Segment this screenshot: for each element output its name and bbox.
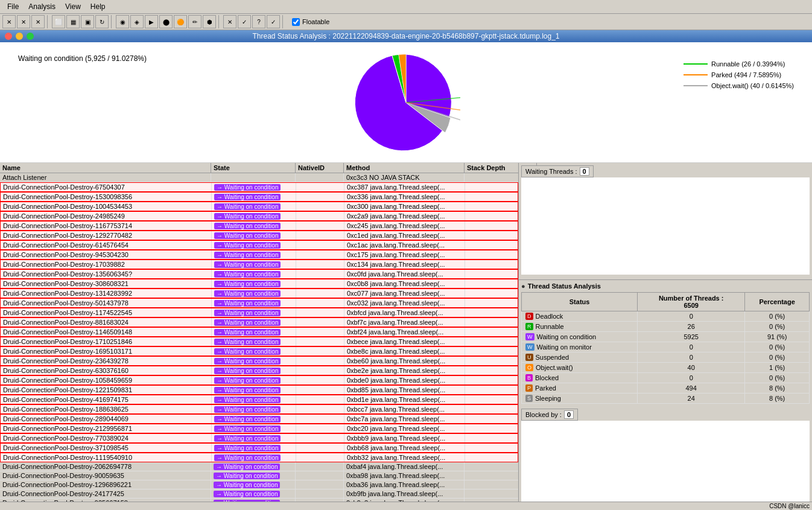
status-row[interactable]: WWaiting on monitor00 (%): [522, 342, 810, 352]
table-row[interactable]: Druid-ConnectionPool-Destroy-1292770482→…: [0, 231, 518, 240]
minimize-button[interactable]: [16, 33, 23, 40]
status-count: 5925: [638, 332, 745, 342]
thread-nativeid: [296, 279, 344, 288]
chart-label: Waiting on condition (5,925 / 91.0278%): [18, 54, 147, 63]
thread-state: → Waiting on condition: [212, 444, 296, 452]
status-row[interactable]: BBlocked00 (%): [522, 373, 810, 383]
toolbar-btn-12[interactable]: 🟠: [174, 15, 187, 28]
table-row[interactable]: Druid-ConnectionPool-Destroy-17039882→ W…: [0, 260, 518, 269]
table-row[interactable]: Druid-ConnectionPool-Destroy-2129956871→…: [0, 424, 518, 433]
thread-method: 0xc175 java.lang.Thread.sleep(...: [344, 250, 465, 259]
table-row[interactable]: Druid-ConnectionPool-Destroy-1296896221→…: [0, 480, 518, 489]
table-row[interactable]: Druid-ConnectionPool-Destroy-188638625→ …: [0, 404, 518, 414]
table-row[interactable]: Druid-ConnectionPool-Destroy-308608321→ …: [0, 279, 518, 288]
table-row[interactable]: Druid-ConnectionPool-Destroy-1119540910→…: [0, 453, 518, 462]
thread-nativeid: [296, 250, 344, 259]
menu-view[interactable]: View: [60, 1, 86, 12]
toolbar-btn-1[interactable]: ✕: [2, 15, 16, 28]
table-row[interactable]: Druid-ConnectionPool-Destroy-1146509148→…: [0, 327, 518, 337]
table-row[interactable]: Druid-ConnectionPool-Destroy-371098545→ …: [0, 443, 518, 453]
toolbar-btn-6[interactable]: ▣: [81, 15, 94, 28]
menu-help[interactable]: Help: [86, 1, 110, 12]
floatable-checkbox[interactable]: [292, 18, 300, 26]
table-row[interactable]: Druid-ConnectionPool-Destroy-1004534453→…: [0, 202, 518, 211]
table-row[interactable]: Druid-ConnectionPool-Destroy-416974175→ …: [0, 395, 518, 404]
toolbar-btn-2[interactable]: ✕: [17, 15, 30, 28]
table-row[interactable]: Druid-ConnectionPool-Destroy-2062694778→…: [0, 462, 518, 471]
status-row[interactable]: OObject.wait()401 (%): [522, 363, 810, 373]
toolbar-btn-4[interactable]: ⬜: [52, 15, 65, 28]
toolbar-btn-7[interactable]: ↻: [95, 15, 109, 28]
table-row[interactable]: Druid-ConnectionPool-Destroy-1314283992→…: [0, 288, 518, 298]
thread-depth: 2: [465, 405, 518, 413]
status-row[interactable]: RRunnable260 (%): [522, 322, 810, 332]
thread-state: → Waiting on condition: [212, 231, 296, 240]
thread-list-body[interactable]: Attach Listener0xc3c3 NO JAVA STACK0Drui…: [0, 173, 518, 510]
thread-method: 0xc077 java.lang.Thread.sleep(...: [344, 289, 465, 298]
table-row[interactable]: Attach Listener0xc3c3 NO JAVA STACK0: [0, 173, 518, 182]
toolbar-sep-2: [111, 15, 113, 28]
toolbar-btn-16[interactable]: ✓: [238, 15, 251, 28]
table-row[interactable]: Druid-ConnectionPool-Destroy-630376160→ …: [0, 366, 518, 375]
maximize-button[interactable]: [27, 33, 34, 40]
table-row[interactable]: Druid-ConnectionPool-Destroy-1221509831→…: [0, 385, 518, 395]
status-name: WWaiting on condition: [522, 332, 638, 342]
toolbar-btn-15[interactable]: ✕: [223, 15, 236, 28]
status-percentage: 0 (%): [745, 342, 810, 352]
table-row[interactable]: Druid-ConnectionPool-Destroy-135606345?→…: [0, 269, 518, 279]
table-row[interactable]: Druid-ConnectionPool-Destroy-501437978→ …: [0, 298, 518, 308]
status-row[interactable]: DDeadlock00 (%): [522, 311, 810, 322]
toolbar-btn-9[interactable]: ◈: [130, 15, 144, 28]
thread-depth: 2: [465, 193, 518, 201]
toolbar-btn-3[interactable]: ✕: [31, 15, 45, 28]
toolbar-btn-14[interactable]: ⬢: [203, 15, 216, 28]
status-row[interactable]: USuspended00 (%): [522, 352, 810, 363]
table-row[interactable]: Druid-ConnectionPool-Destroy-614576454→ …: [0, 240, 518, 250]
status-percentage: 0 (%): [745, 373, 810, 383]
table-row[interactable]: Druid-ConnectionPool-Destroy-67504307→ W…: [0, 182, 518, 192]
menu-analysis[interactable]: Analysis: [24, 1, 60, 12]
table-row[interactable]: Druid-ConnectionPool-Destroy-1710251846→…: [0, 337, 518, 346]
status-name: BBlocked: [522, 373, 638, 383]
table-row[interactable]: Druid-ConnectionPool-Destroy-1167753714→…: [0, 221, 518, 231]
thread-nativeid: [296, 308, 344, 317]
table-row[interactable]: Druid-ConnectionPool-Destroy-1058459659→…: [0, 375, 518, 385]
status-count: 0: [638, 311, 745, 322]
menu-file[interactable]: File: [2, 1, 24, 12]
thread-name: Druid-ConnectionPool-Destroy-90059635: [0, 471, 211, 480]
thread-name: Druid-ConnectionPool-Destroy-1314283992: [1, 289, 212, 298]
chart-legend: Runnable (26 / 0.3994%) Parked (494 / 7.…: [684, 60, 794, 89]
table-row[interactable]: Druid-ConnectionPool-Destroy-1695103171→…: [0, 346, 518, 356]
table-row[interactable]: Druid-ConnectionPool-Destroy-289044069→ …: [0, 414, 518, 424]
chart-area: Waiting on condition (5,925 / 91.0278%): [0, 42, 812, 163]
status-row[interactable]: PParked4948 (%): [522, 383, 810, 394]
toolbar-btn-11[interactable]: ⬤: [159, 15, 173, 28]
toolbar-btn-13[interactable]: ✏: [188, 15, 201, 28]
status-row[interactable]: WWaiting on condition592591 (%): [522, 332, 810, 342]
thread-depth: 2: [465, 480, 518, 489]
table-row[interactable]: Druid-ConnectionPool-Destroy-236439278→ …: [0, 356, 518, 366]
table-row[interactable]: Druid-ConnectionPool-Destroy-945304230→ …: [0, 250, 518, 260]
legend-label-parked: Parked (494 / 7.5895%): [711, 71, 781, 78]
thread-depth: 2: [465, 328, 518, 336]
thread-nativeid: [296, 183, 344, 191]
thread-state: → Waiting on condition: [212, 357, 296, 365]
table-row[interactable]: Druid-ConnectionPool-Destroy-90059635→ W…: [0, 471, 518, 480]
table-row[interactable]: Druid-ConnectionPool-Destroy-1174522545→…: [0, 308, 518, 317]
table-row[interactable]: Druid-ConnectionPool-Destroy-881683024→ …: [0, 317, 518, 327]
thread-method: 0xc0fd java.lang.Thread.sleep(...: [344, 270, 465, 278]
thread-method: 0xbaf4 java.lang.Thread.sleep(...: [344, 462, 465, 471]
toolbar-btn-5[interactable]: ▦: [66, 15, 80, 28]
toolbar-btn-10[interactable]: ▶: [145, 15, 158, 28]
floatable-checkbox-container[interactable]: Floatable: [292, 18, 329, 26]
close-button[interactable]: [5, 33, 12, 40]
toolbar-btn-17[interactable]: ?: [252, 15, 265, 28]
toolbar-btn-8[interactable]: ◉: [116, 15, 129, 28]
thread-depth: 2: [465, 424, 518, 433]
toolbar-btn-18[interactable]: ✓: [267, 15, 280, 28]
table-row[interactable]: Druid-ConnectionPool-Destroy-24985249→ W…: [0, 211, 518, 221]
table-row[interactable]: Druid-ConnectionPool-Destroy-24177425→ W…: [0, 489, 518, 499]
table-row[interactable]: Druid-ConnectionPool-Destroy-1530098356→…: [0, 192, 518, 202]
table-row[interactable]: Druid-ConnectionPool-Destroy-770389024→ …: [0, 433, 518, 443]
status-row[interactable]: SSleeping248 (%): [522, 394, 810, 404]
